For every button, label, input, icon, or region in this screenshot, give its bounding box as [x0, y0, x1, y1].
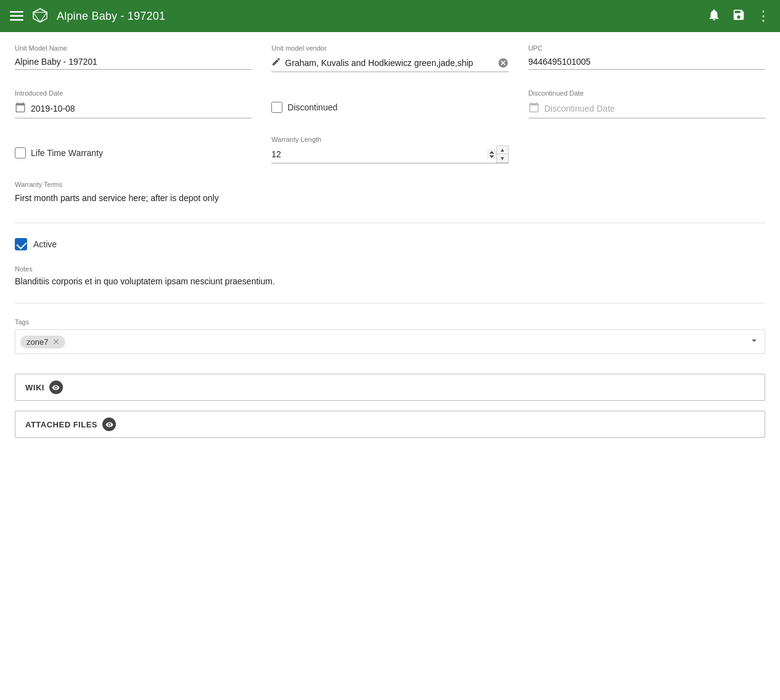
attached-files-eye-icon — [102, 418, 116, 431]
warranty-terms-text: First month parts and service here; afte… — [15, 191, 765, 205]
discontinued-calendar-icon — [528, 102, 540, 115]
row-unit-info: Unit Model Name Unit model vendor Graham… — [15, 44, 765, 72]
upc-field: UPC — [528, 44, 765, 72]
more-icon[interactable]: ⋮ — [757, 9, 770, 23]
divider-2 — [15, 303, 765, 303]
lifetime-warranty-field: Life Time Warranty — [15, 145, 252, 163]
lifetime-warranty-label: Life Time Warranty — [31, 148, 103, 158]
introduced-date-field: Introduced Date 2019-10-08 — [15, 89, 252, 118]
attached-files-label: ATTACHED FILES — [25, 420, 97, 429]
svg-line-6 — [40, 9, 47, 12]
main-content: Unit Model Name Unit model vendor Graham… — [0, 32, 780, 450]
discontinued-checkbox[interactable] — [271, 102, 282, 113]
tags-wrapper[interactable]: zone7 — [15, 329, 765, 354]
unit-model-name-input[interactable] — [15, 54, 252, 70]
section-buttons: WIKI ATTACHED FILES — [15, 374, 765, 438]
discontinued-label-text: Discontinued — [287, 102, 337, 112]
discontinued-field: placeholder Discontinued — [271, 89, 508, 118]
discontinued-date-label: Discontinued Date — [528, 89, 765, 97]
lifetime-warranty-row: Life Time Warranty — [15, 145, 252, 161]
vendor-clear-icon[interactable] — [498, 57, 509, 68]
unit-model-vendor-field: Unit model vendor Graham, Kuvalis and Ho… — [271, 44, 508, 72]
vendor-text: Graham, Kuvalis and Hodkiewicz green,jad… — [285, 58, 493, 68]
attached-files-button[interactable]: ATTACHED FILES — [15, 411, 765, 438]
tag-chip-zone7: zone7 — [20, 336, 65, 348]
spinner-buttons: ▲ ▼ — [496, 146, 509, 163]
lifetime-warranty-checkbox[interactable] — [15, 147, 26, 159]
discontinued-date-field: Discontinued Date Discontinued Date — [528, 89, 765, 118]
spinner-up[interactable]: ▲ — [497, 146, 508, 154]
header-left: Alpine Baby - 197201 — [10, 7, 165, 25]
active-checkbox[interactable] — [15, 238, 27, 250]
svg-rect-1 — [10, 15, 23, 17]
tag-chip-remove-zone7[interactable] — [52, 337, 60, 346]
spinner-down[interactable]: ▼ — [497, 154, 508, 162]
row-warranty: Life Time Warranty Warranty Length ▲ ▼ — [15, 136, 765, 163]
page-title: Alpine Baby - 197201 — [57, 10, 165, 23]
warranty-length-label: Warranty Length — [271, 136, 508, 143]
header-right: ⋮ — [707, 8, 770, 25]
svg-line-5 — [33, 9, 40, 12]
save-icon[interactable] — [732, 8, 745, 25]
unit-model-name-field: Unit Model Name — [15, 44, 252, 72]
upc-label: UPC — [528, 44, 765, 52]
introduced-date-wrapper[interactable]: 2019-10-08 — [15, 99, 252, 118]
svg-rect-2 — [10, 19, 23, 21]
introduced-date-label: Introduced Date — [15, 89, 252, 97]
active-section: Active — [15, 238, 765, 250]
introduced-date-value: 2019-10-08 — [31, 104, 75, 113]
wiki-eye-icon — [49, 381, 63, 394]
warranty-length-wrapper: ▲ ▼ — [271, 146, 508, 163]
menu-icon[interactable] — [10, 11, 23, 21]
row-dates: Introduced Date 2019-10-08 placeholder D… — [15, 89, 765, 118]
tags-dropdown-arrow[interactable] — [749, 335, 760, 348]
unit-model-vendor-label: Unit model vendor — [271, 44, 508, 52]
gem-icon — [32, 7, 48, 25]
tags-label: Tags — [15, 318, 765, 326]
warranty-length-input[interactable] — [271, 147, 496, 162]
warranty-terms-label: Warranty Terms — [15, 181, 765, 188]
bell-icon[interactable] — [707, 8, 721, 25]
upc-input[interactable] — [528, 54, 765, 70]
wiki-button[interactable]: WIKI — [15, 374, 765, 401]
notes-text: Blanditiis corporis et in quo voluptatem… — [15, 275, 765, 288]
divider-1 — [15, 223, 765, 223]
wiki-label: WIKI — [25, 383, 44, 392]
warranty-terms-section: Warranty Terms First month parts and ser… — [15, 181, 765, 205]
discontinued-checkbox-row: Discontinued — [271, 99, 508, 115]
warranty-length-field: Warranty Length ▲ ▼ — [271, 136, 508, 163]
svg-rect-0 — [10, 11, 23, 13]
calendar-icon — [15, 102, 26, 115]
notes-section: Notes Blanditiis corporis et in quo volu… — [15, 265, 765, 288]
app-header: Alpine Baby - 197201 ⋮ — [0, 0, 780, 32]
tag-chip-label: zone7 — [27, 337, 48, 347]
unit-model-name-label: Unit Model Name — [15, 44, 252, 52]
discontinued-date-wrapper[interactable]: Discontinued Date — [528, 99, 765, 118]
vendor-wrapper: Graham, Kuvalis and Hodkiewicz green,jad… — [271, 54, 508, 72]
active-label: Active — [33, 239, 57, 249]
active-checkbox-row: Active — [15, 238, 765, 250]
tags-section: Tags zone7 — [15, 318, 765, 354]
notes-label: Notes — [15, 265, 765, 273]
vendor-edit-icon[interactable] — [271, 57, 281, 69]
discontinued-date-placeholder: Discontinued Date — [544, 104, 615, 113]
